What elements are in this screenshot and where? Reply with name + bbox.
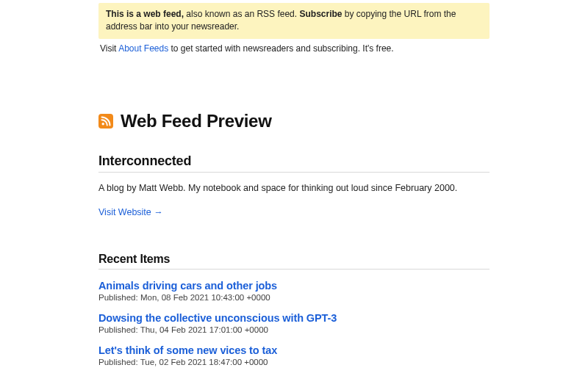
recent-items-list: Animals driving cars and other jobsPubli… xyxy=(98,280,490,366)
notice-mid: also known as an RSS feed. xyxy=(184,9,299,19)
feed-item-title-link[interactable]: Animals driving cars and other jobs xyxy=(98,280,490,292)
published-label: Published: xyxy=(98,325,140,334)
rss-icon xyxy=(98,114,113,129)
feed-title: Interconnected xyxy=(98,153,490,173)
published-value: Thu, 04 Feb 2021 17:01:00 +0000 xyxy=(140,325,268,334)
recent-items-heading: Recent Items xyxy=(98,253,490,270)
published-value: Tue, 02 Feb 2021 18:47:00 +0000 xyxy=(140,358,268,366)
feed-description: A blog by Matt Webb. My notebook and spa… xyxy=(98,183,490,193)
feed-notice: This is a web feed, also known as an RSS… xyxy=(98,3,490,39)
about-feeds-link[interactable]: About Feeds xyxy=(118,43,168,54)
visit-website-link[interactable]: Visit Website → xyxy=(98,207,163,217)
published-value: Mon, 08 Feb 2021 10:43:00 +0000 xyxy=(140,293,270,302)
feed-item: Dowsing the collective unconscious with … xyxy=(98,312,490,334)
feed-item: Let's think of some new vices to taxPubl… xyxy=(98,344,490,366)
feed-item-published: Published: Mon, 08 Feb 2021 10:43:00 +00… xyxy=(98,293,490,302)
visit-post: to get started with newsreaders and subs… xyxy=(168,43,393,54)
feed-item-published: Published: Tue, 02 Feb 2021 18:47:00 +00… xyxy=(98,358,490,366)
svg-point-0 xyxy=(102,123,104,125)
feed-item-published: Published: Thu, 04 Feb 2021 17:01:00 +00… xyxy=(98,325,490,334)
feed-item: Animals driving cars and other jobsPubli… xyxy=(98,280,490,302)
notice-subscribe: Subscribe xyxy=(299,9,342,19)
feed-item-title-link[interactable]: Dowsing the collective unconscious with … xyxy=(98,312,490,324)
notice-lead: This is a web feed, xyxy=(106,9,184,19)
visit-pre: Visit xyxy=(100,43,118,54)
about-feeds-line: Visit About Feeds to get started with ne… xyxy=(98,39,490,54)
published-label: Published: xyxy=(98,358,140,366)
page-title: Web Feed Preview xyxy=(121,111,272,131)
published-label: Published: xyxy=(98,293,140,302)
preview-heading-row: Web Feed Preview xyxy=(98,111,490,131)
feed-item-title-link[interactable]: Let's think of some new vices to tax xyxy=(98,344,490,356)
